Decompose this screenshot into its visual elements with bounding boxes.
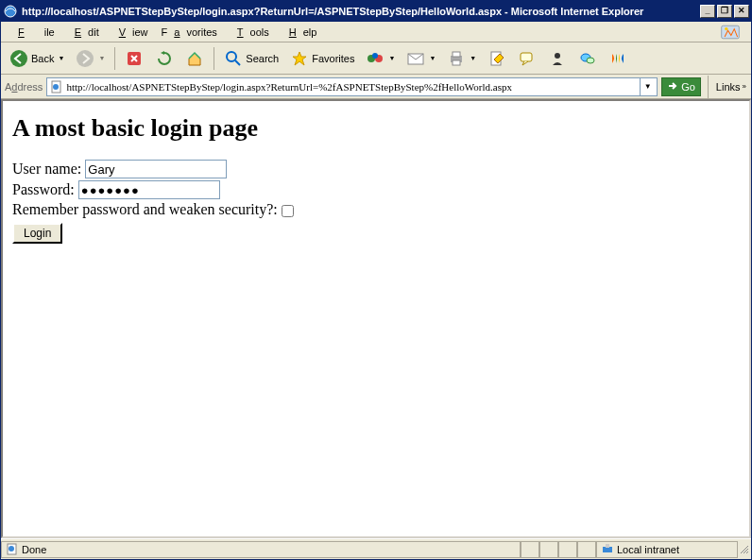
status-pane-2 — [539, 541, 558, 558]
svg-point-6 — [227, 52, 236, 61]
chevron-right-icon: » — [743, 82, 746, 91]
window-controls: _ ❐ ✕ — [700, 5, 749, 18]
password-input[interactable] — [78, 180, 220, 199]
username-label: User name: — [12, 161, 81, 177]
mail-button[interactable]: ▼ — [402, 45, 440, 72]
svg-rect-15 — [521, 53, 532, 61]
menu-file[interactable]: File — [5, 24, 61, 41]
print-button[interactable]: ▼ — [442, 45, 481, 72]
print-icon — [447, 49, 466, 68]
discuss-icon — [518, 49, 537, 68]
refresh-icon — [155, 49, 174, 68]
url-input[interactable] — [64, 81, 640, 93]
go-arrow-icon — [667, 80, 678, 93]
chevron-down-icon: ▼ — [470, 55, 476, 61]
home-button[interactable] — [180, 45, 209, 72]
links-label: Links — [716, 81, 741, 93]
forward-button[interactable]: ▼ — [71, 45, 110, 72]
media-button[interactable]: ▼ — [361, 45, 400, 72]
menu-view[interactable]: View — [106, 24, 155, 41]
person-icon — [548, 49, 567, 68]
back-arrow-icon — [9, 49, 28, 68]
page-heading: A most basic login page — [12, 114, 740, 143]
butterfly-icon — [608, 49, 627, 68]
intranet-icon — [601, 542, 614, 557]
page-icon — [49, 79, 64, 94]
window-titlebar: http://localhost/ASPNETStepByStep/login.… — [1, 1, 751, 22]
research-button[interactable] — [573, 45, 602, 72]
mail-icon — [406, 49, 425, 68]
done-icon — [6, 542, 19, 557]
address-label: Address — [5, 81, 43, 93]
go-button[interactable]: Go — [661, 77, 701, 96]
links-toolbar[interactable]: Links » — [715, 81, 747, 93]
svg-rect-1 — [722, 25, 740, 39]
login-button[interactable]: Login — [12, 223, 62, 244]
menu-favorites[interactable]: Favorites — [155, 24, 224, 41]
svg-point-2 — [725, 26, 727, 29]
menu-help[interactable]: Help — [276, 24, 324, 41]
svg-rect-24 — [606, 544, 609, 548]
discuss-button[interactable] — [513, 45, 541, 72]
favorites-button[interactable]: Favorites — [285, 45, 359, 72]
svg-rect-12 — [453, 52, 460, 57]
zone-text: Local intranet — [617, 544, 679, 555]
back-label: Back — [31, 53, 54, 64]
password-row: Password: — [12, 180, 740, 199]
password-label: Password: — [12, 181, 75, 197]
menu-bar: File Edit View Favorites Tools Help — [1, 22, 751, 42]
home-icon — [185, 49, 204, 68]
address-dropdown[interactable]: ▼ — [640, 78, 655, 95]
minimize-button[interactable]: _ — [700, 5, 715, 18]
stop-icon — [125, 49, 144, 68]
status-pane-4 — [577, 541, 596, 558]
go-label: Go — [681, 81, 695, 93]
svg-point-0 — [5, 6, 16, 17]
status-bar: Done Local intranet — [1, 538, 751, 559]
status-text-pane: Done — [1, 541, 521, 558]
svg-point-22 — [9, 546, 14, 552]
close-button[interactable]: ✕ — [734, 5, 749, 18]
ie-logo-icon — [713, 23, 747, 42]
menu-tools[interactable]: Tools — [224, 24, 276, 41]
stop-button[interactable] — [120, 45, 148, 72]
back-button[interactable]: Back ▼ — [5, 45, 69, 72]
media-icon — [366, 49, 385, 68]
address-input-container[interactable]: ▼ — [46, 77, 658, 96]
edit-page-icon — [487, 49, 506, 68]
nav-toolbar: Back ▼ ▼ Search Favorites ▼ ▼ ▼ — [1, 42, 751, 75]
username-row: User name: — [12, 160, 740, 178]
menu-edit[interactable]: Edit — [61, 24, 106, 41]
window-title: http://localhost/ASPNETStepByStep/login.… — [22, 6, 700, 17]
svg-point-3 — [10, 50, 27, 67]
chevron-down-icon: ▼ — [58, 55, 64, 61]
edit-button[interactable] — [483, 45, 511, 72]
maximize-button[interactable]: ❐ — [717, 5, 732, 18]
toolbar-separator — [708, 76, 709, 98]
search-label: Search — [246, 53, 279, 64]
resize-grip[interactable] — [738, 541, 751, 558]
svg-point-16 — [555, 53, 560, 59]
search-button[interactable]: Search — [219, 45, 283, 72]
favorites-label: Favorites — [312, 53, 354, 64]
svg-point-9 — [372, 53, 378, 59]
toolbar-separator — [214, 47, 214, 70]
svg-point-20 — [53, 84, 59, 90]
chat-icon — [578, 49, 597, 68]
content-viewport: A most basic login page User name: Passw… — [1, 99, 751, 538]
username-input[interactable] — [85, 160, 227, 178]
remember-checkbox[interactable] — [282, 205, 294, 217]
page-body: A most basic login page User name: Passw… — [3, 101, 749, 257]
status-pane-3 — [558, 541, 577, 558]
svg-rect-13 — [453, 60, 460, 65]
chevron-down-icon: ▼ — [429, 55, 436, 61]
forward-arrow-icon — [76, 49, 94, 68]
refresh-button[interactable] — [150, 45, 179, 72]
chevron-down-icon: ▼ — [98, 55, 105, 61]
status-pane-1 — [521, 541, 539, 558]
status-text: Done — [22, 544, 46, 555]
toolbar-separator — [114, 47, 115, 70]
msn-button[interactable] — [604, 45, 632, 72]
messenger-button[interactable] — [543, 45, 572, 72]
security-zone-pane: Local intranet — [596, 541, 738, 558]
